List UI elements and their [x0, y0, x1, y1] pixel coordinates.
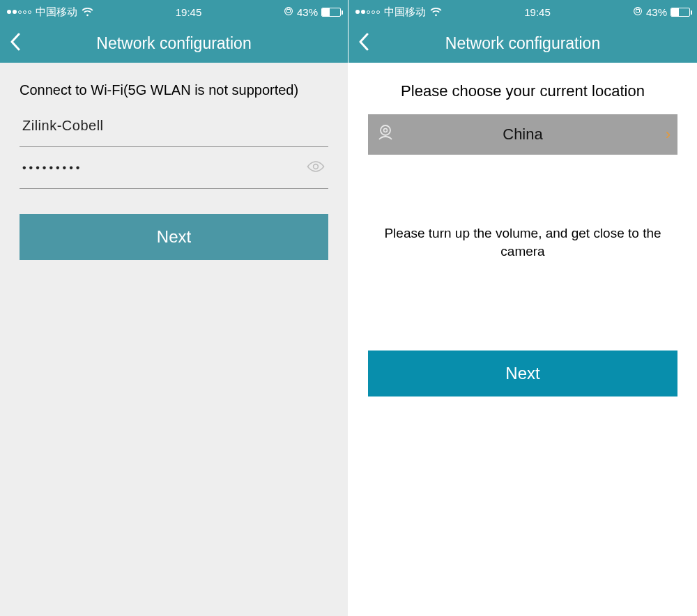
chevron-right-icon: › [666, 125, 671, 144]
carrier-label: 中国移动 [384, 6, 426, 19]
nav-title: Network configuration [96, 34, 251, 53]
chevron-left-icon [358, 33, 369, 51]
location-selector[interactable]: China › [368, 114, 677, 155]
back-button[interactable] [358, 33, 369, 54]
nav-bar: Network configuration [0, 24, 348, 63]
next-button-label: Next [157, 227, 191, 247]
next-button-label: Next [505, 364, 539, 383]
body-location: Please choose your current location Chin… [348, 63, 697, 616]
battery-fill [671, 8, 679, 16]
screen-location: 中国移动 19:45 43% Network configuration Ple… [348, 0, 697, 616]
password-input[interactable] [20, 157, 303, 178]
ssid-row [20, 105, 328, 147]
location-pin-icon [375, 123, 396, 146]
status-time: 19:45 [176, 6, 202, 18]
status-bar: 中国移动 19:45 43% [348, 0, 697, 24]
ssid-input[interactable] [20, 114, 328, 138]
signal-dots-icon [355, 10, 380, 14]
battery-icon [671, 8, 690, 17]
battery-fill [322, 8, 330, 16]
svg-point-2 [634, 7, 642, 15]
chevron-left-icon [10, 33, 21, 51]
wifi-icon [430, 8, 442, 17]
location-heading: Please choose your current location [348, 63, 697, 114]
orientation-lock-icon [284, 6, 293, 18]
status-time: 19:45 [524, 6, 551, 18]
battery-pct: 43% [297, 6, 318, 18]
orientation-lock-icon [633, 6, 643, 18]
location-value: China [368, 125, 677, 144]
wifi-instruction: Connect to Wi-Fi(5G WLAN is not supporte… [0, 63, 348, 105]
status-right: 43% [633, 6, 690, 18]
screen-wifi: 中国移动 19:45 43% Network configuration Con… [0, 0, 348, 616]
status-bar: 中国移动 19:45 43% [0, 0, 348, 24]
battery-icon [321, 8, 341, 17]
eye-icon [306, 160, 325, 174]
volume-hint: Please turn up the volume, and get close… [348, 155, 697, 351]
wifi-icon [82, 8, 93, 17]
svg-point-3 [381, 125, 390, 135]
status-left: 中国移动 [355, 6, 442, 19]
next-button[interactable]: Next [368, 351, 677, 396]
body-wifi: Connect to Wi-Fi(5G WLAN is not supporte… [0, 63, 348, 616]
back-button[interactable] [10, 33, 21, 54]
toggle-password-visibility[interactable] [303, 157, 328, 179]
status-right: 43% [284, 6, 341, 18]
next-button[interactable]: Next [20, 214, 328, 260]
nav-bar: Network configuration [348, 24, 697, 63]
svg-point-4 [384, 129, 388, 132]
svg-point-1 [314, 164, 319, 169]
signal-dots-icon [7, 10, 31, 14]
nav-title: Network configuration [445, 34, 600, 53]
carrier-label: 中国移动 [36, 6, 77, 19]
svg-point-0 [285, 7, 293, 15]
battery-pct: 43% [646, 6, 667, 18]
status-left: 中国移动 [7, 6, 93, 19]
password-row [20, 147, 328, 189]
